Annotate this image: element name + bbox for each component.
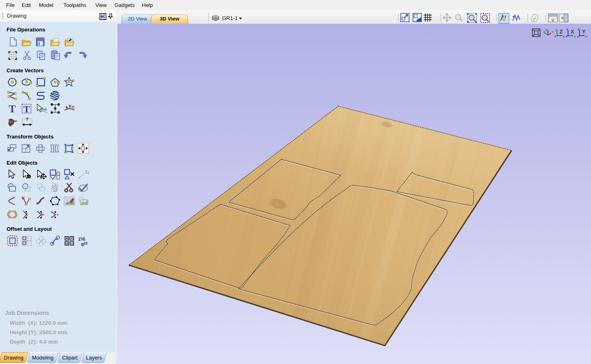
svg-text:x: x [585, 35, 587, 38]
svg-text:Z: Z [560, 29, 563, 35]
svg-text:y: y [544, 30, 545, 33]
svg-text:C: C [72, 105, 75, 110]
svg-text:x: x [552, 30, 553, 33]
svg-text:X: X [571, 29, 574, 35]
svg-text:y: y [577, 34, 579, 38]
svg-text:gez: gez [80, 240, 88, 246]
svg-text:?: ? [26, 117, 29, 122]
svg-text:z: z [566, 28, 568, 31]
svg-text:C: C [66, 237, 68, 240]
svg-text:x: x [566, 34, 568, 38]
svg-text:A: A [66, 242, 68, 245]
svg-text:x: x [563, 35, 565, 38]
svg-text:Y: Y [582, 29, 586, 35]
svg-text:B: B [71, 242, 73, 245]
svg-text:z: z [578, 28, 580, 31]
svg-text:y: y [574, 35, 576, 38]
svg-text:z: z [555, 34, 556, 38]
svg-text:B: B [69, 104, 72, 108]
svg-text:y: y [555, 28, 557, 31]
svg-text:D: D [71, 237, 73, 240]
svg-text:z: z [546, 28, 547, 31]
svg-text:T: T [9, 104, 16, 114]
svg-text:T: T [23, 104, 30, 114]
svg-text:A: A [65, 105, 69, 110]
